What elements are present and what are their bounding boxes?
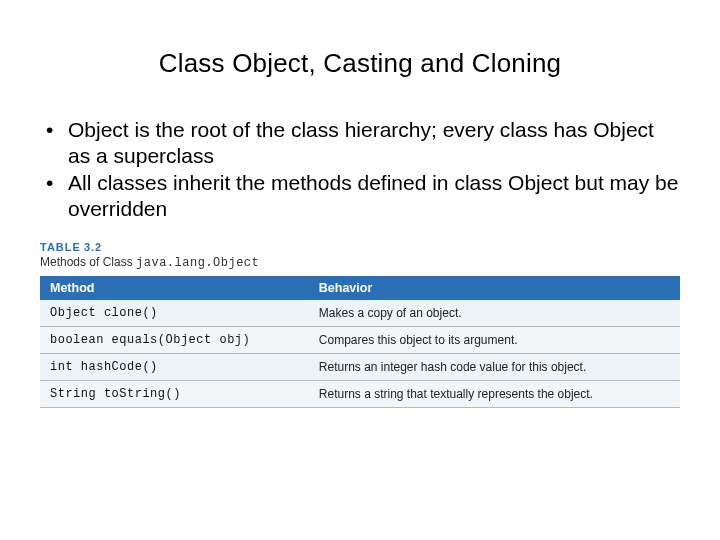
table-caption-prefix: Methods of Class: [40, 255, 136, 269]
table-block: TABLE 3.2 Methods of Class java.lang.Obj…: [40, 241, 680, 408]
slide-title: Class Object, Casting and Cloning: [0, 48, 720, 79]
bullet-list: Object is the root of the class hierarch…: [40, 117, 680, 221]
cell-method: boolean equals(Object obj): [40, 327, 309, 354]
table-number: 3.2: [84, 241, 102, 253]
cell-behavior: Compares this object to its argument.: [309, 327, 680, 354]
cell-method: int hashCode(): [40, 354, 309, 381]
table-subcaption: Methods of Class java.lang.Object: [40, 255, 680, 270]
bullet-item: All classes inherit the methods defined …: [40, 170, 680, 221]
cell-behavior: Makes a copy of an object.: [309, 300, 680, 327]
slide: Class Object, Casting and Cloning Object…: [0, 48, 720, 540]
table-row: Object clone() Makes a copy of an object…: [40, 300, 680, 327]
cell-method: String toString(): [40, 381, 309, 408]
cell-method: Object clone(): [40, 300, 309, 327]
table-row: boolean equals(Object obj) Compares this…: [40, 327, 680, 354]
table-caption-code: java.lang.Object: [136, 256, 259, 270]
methods-table: Method Behavior Object clone() Makes a c…: [40, 276, 680, 408]
table-header-method: Method: [40, 276, 309, 300]
bullet-item: Object is the root of the class hierarch…: [40, 117, 680, 168]
cell-behavior: Returns an integer hash code value for t…: [309, 354, 680, 381]
cell-behavior: Returns a string that textually represen…: [309, 381, 680, 408]
table-row: String toString() Returns a string that …: [40, 381, 680, 408]
table-header-row: Method Behavior: [40, 276, 680, 300]
table-caption-line: TABLE 3.2: [40, 241, 680, 253]
table-label: TABLE: [40, 241, 81, 253]
table-row: int hashCode() Returns an integer hash c…: [40, 354, 680, 381]
table-header-behavior: Behavior: [309, 276, 680, 300]
